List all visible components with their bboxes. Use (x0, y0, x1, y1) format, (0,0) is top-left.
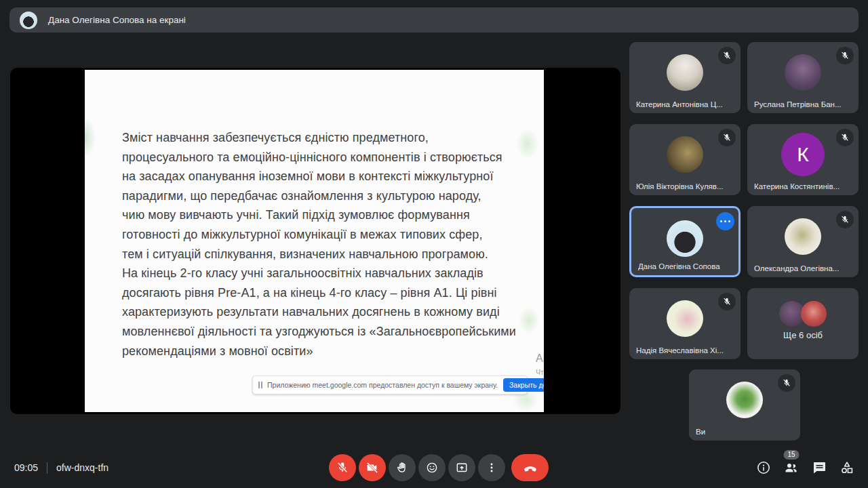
stop-sharing-button[interactable]: Закрыть доступ (503, 378, 544, 392)
participant-avatar (785, 218, 821, 255)
people-icon[interactable]: 15 (783, 460, 800, 476)
participant-avatar (667, 220, 703, 257)
participant-tile[interactable]: Юлія Вікторівна Куляв... (629, 124, 741, 195)
participant-tile[interactable]: Руслана Петрівна Бан... (747, 42, 859, 113)
mic-off-icon (836, 129, 854, 146)
participant-avatar (667, 136, 703, 173)
info-icon[interactable] (755, 460, 772, 476)
mic-off-icon (836, 47, 854, 64)
call-controls (329, 454, 549, 481)
self-avatar (726, 382, 763, 418)
participant-tile[interactable]: Надія Вячеславівна Хі... (629, 288, 741, 359)
presentation-slide: Зміст навчання забезпечується єдністю пр… (85, 70, 544, 412)
meeting-meta: 09:05 ofw-dnxq-tfn (14, 447, 108, 488)
mic-off-button[interactable] (329, 454, 356, 481)
chrome-share-toolbar: Приложению meet.google.com предоставлен … (252, 375, 528, 394)
chat-icon[interactable] (811, 460, 827, 476)
present-screen-button[interactable] (448, 454, 475, 481)
participant-avatar (667, 54, 703, 91)
meeting-code: ofw-dnxq-tfn (56, 462, 108, 473)
meta-divider (47, 462, 47, 474)
mic-off-icon (718, 293, 736, 310)
participant-name: Катерина Антонівна Ц... (636, 100, 723, 108)
overflow-participants-tile[interactable]: Ще 6 осіб (747, 288, 859, 359)
pause-icon (258, 382, 262, 388)
overflow-avatars (779, 301, 827, 327)
self-tile[interactable]: Ви (689, 369, 800, 441)
more-options-button[interactable] (478, 454, 505, 481)
participant-name: Надія Вячеславівна Хі... (636, 346, 724, 354)
participant-avatar-initial: К (781, 133, 825, 176)
participant-avatar (667, 300, 703, 337)
raise-hand-button[interactable] (389, 454, 416, 481)
bottom-bar: 09:05 ofw-dnxq-tfn 15 (0, 447, 868, 488)
slide-decoration (85, 117, 96, 158)
participant-tile[interactable]: Олександра Олегівна... (747, 206, 859, 277)
watermark-line1: Чтобы активировать Windows, перейдите в (536, 367, 544, 377)
participant-name: Юлія Вікторівна Куляв... (636, 182, 724, 190)
end-call-button[interactable] (511, 454, 549, 481)
mic-off-icon (778, 374, 795, 392)
participant-tile[interactable]: К Катерина Костянтинів... (747, 124, 859, 195)
mic-off-icon (718, 129, 736, 146)
participant-avatar (785, 54, 821, 91)
screen-share-banner: Дана Олегівна Сопова на екрані (9, 7, 859, 33)
participant-count-badge: 15 (783, 450, 799, 460)
share-message: Приложению meet.google.com предоставлен … (267, 381, 498, 389)
participant-name: Катерина Костянтинів... (754, 182, 840, 190)
clock-time: 09:05 (14, 462, 38, 473)
reactions-button[interactable] (418, 454, 446, 481)
participant-tile-presenter[interactable]: Дана Олегівна Сопова (629, 206, 741, 277)
participant-name: Олександра Олегівна... (754, 264, 839, 272)
mic-off-icon (718, 47, 736, 64)
more-options-icon[interactable] (716, 212, 734, 230)
self-label: Ви (696, 428, 705, 436)
slide-body-text: Зміст навчання забезпечується єдністю пр… (122, 128, 536, 361)
overflow-label: Ще 6 осіб (747, 330, 859, 340)
activities-icon[interactable] (839, 460, 855, 476)
mic-off-icon (836, 211, 854, 228)
participant-name: Дана Олегівна Сопова (638, 262, 720, 270)
watermark-title: Активация Windows (536, 352, 544, 365)
panel-icons: 15 (755, 447, 855, 488)
camera-off-button[interactable] (359, 454, 386, 481)
participant-tile[interactable]: Катерина Антонівна Ц... (629, 42, 741, 113)
participant-name: Руслана Петрівна Бан... (754, 100, 842, 108)
presenter-avatar (20, 12, 37, 29)
screen-share-banner-text: Дана Олегівна Сопова на екрані (48, 15, 186, 25)
shared-screen: Зміст навчання забезпечується єдністю пр… (10, 68, 620, 414)
